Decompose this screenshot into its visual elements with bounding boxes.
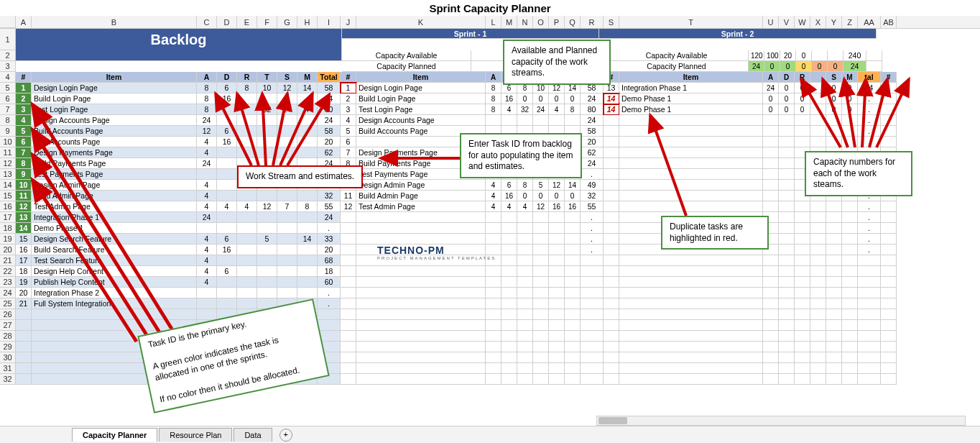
col-header-Z[interactable]: Z (842, 16, 858, 28)
task-id[interactable]: 16 (16, 245, 32, 255)
col-header-P[interactable]: P (549, 16, 565, 28)
task-id[interactable]: 15 (16, 234, 32, 245)
page-title: Sprint Capacity Planner (0, 0, 980, 17)
col-header-O[interactable]: O (533, 16, 549, 28)
cap-label[interactable]: Capacity Available (605, 50, 749, 61)
task-id[interactable]: 1 (16, 83, 32, 93)
task-id[interactable]: 4 (16, 115, 32, 126)
col-header-Y[interactable]: Y (826, 16, 842, 28)
sprint1-id[interactable]: 6 (341, 137, 356, 147)
task-id[interactable]: 13 (16, 212, 32, 223)
col-header-I[interactable]: I (318, 16, 341, 28)
sprint1-id[interactable]: 11 (341, 191, 356, 201)
col-header-G[interactable]: G (277, 16, 297, 28)
sprint1-id[interactable]: 12 (341, 201, 356, 212)
backlog-title[interactable]: Backlog (16, 29, 342, 61)
col-header-J[interactable]: J (341, 16, 356, 28)
task-item[interactable]: Design Payments Page (32, 147, 197, 158)
task-item[interactable]: Design Accounts Page (32, 115, 197, 126)
task-item[interactable]: Test Payments Page (32, 169, 197, 180)
cap-label[interactable]: Capacity Planned (605, 61, 749, 72)
sprint1-title[interactable]: Sprint - 1 (342, 29, 599, 39)
sprint1-id[interactable]: 5 (341, 126, 356, 137)
sprint1-id[interactable]: 4 (341, 115, 356, 126)
task-id[interactable]: 12 (16, 201, 32, 212)
task-id[interactable]: 9 (16, 169, 32, 180)
col-header-F[interactable]: F (257, 16, 277, 28)
task-item[interactable]: Demo Phase 1 (32, 223, 197, 234)
task-id[interactable]: 11 (16, 191, 32, 201)
task-item[interactable]: Integration Phase 2 (32, 288, 197, 298)
col-header-N[interactable]: N (517, 16, 533, 28)
task-id[interactable]: 6 (16, 137, 32, 147)
col-header-U[interactable]: U (763, 16, 779, 28)
task-id[interactable]: 18 (16, 266, 32, 277)
task-id[interactable]: 3 (16, 104, 32, 115)
select-all-corner[interactable] (0, 16, 16, 28)
task-id[interactable]: 21 (16, 298, 32, 309)
column-headers: A B C D E F G H I J K L M N O P Q R S T … (0, 16, 980, 29)
task-item[interactable]: Test Accounts Page (32, 137, 197, 147)
task-item[interactable]: Build Admin Page (32, 191, 197, 201)
logo: TECHNO-PM PROJECT MANAGEMENT TEMPLATES (377, 245, 496, 260)
tab-capacity-planner[interactable]: Capacity Planner (72, 428, 157, 442)
task-id[interactable]: 5 (16, 126, 32, 137)
task-item[interactable]: Design Search Feature (32, 234, 197, 245)
task-item[interactable]: Build Login Page (32, 93, 197, 104)
cap-label[interactable]: Capacity Planned (342, 61, 471, 72)
sprint1-id[interactable]: 2 (341, 93, 356, 104)
task-id[interactable]: 8 (16, 158, 32, 169)
col-header-AA[interactable]: AA (858, 16, 881, 28)
add-sheet-button[interactable]: + (279, 429, 292, 442)
col-header-K[interactable]: K (356, 16, 486, 28)
col-header-E[interactable]: E (237, 16, 257, 28)
col-header-M[interactable]: M (501, 16, 517, 28)
col-header-T[interactable]: T (619, 16, 763, 28)
task-id[interactable]: 14 (16, 223, 32, 234)
col-header-V[interactable]: V (779, 16, 795, 28)
sprint2-id[interactable]: 14 (604, 104, 619, 115)
col-header-Q[interactable]: Q (565, 16, 581, 28)
col-header-C[interactable]: C (197, 16, 217, 28)
col-header-AB[interactable]: AB (881, 16, 897, 28)
task-item[interactable]: Integration Phase 1 (32, 212, 197, 223)
task-item[interactable]: Build Accounts Page (32, 126, 197, 137)
col-header-A[interactable]: A (16, 16, 32, 28)
task-item[interactable]: Design Help Content (32, 266, 197, 277)
task-item[interactable]: Test Admin Page (32, 201, 197, 212)
task-item[interactable]: Build Payments Page (32, 158, 197, 169)
task-item[interactable]: Full System Integration (32, 298, 197, 309)
col-header-L[interactable]: L (486, 16, 501, 28)
col-header-R[interactable]: R (581, 16, 604, 28)
tab-data[interactable]: Data (234, 428, 272, 442)
sheet-tabs: Capacity Planner Resource Plan Data + (0, 426, 980, 443)
col-header-B[interactable]: B (32, 16, 197, 28)
tab-resource-plan[interactable]: Resource Plan (159, 428, 232, 442)
col-header-D[interactable]: D (217, 16, 237, 28)
callout-capacity: Available and Planned capacity of the wo… (503, 40, 611, 85)
col-header-W[interactable]: W (795, 16, 810, 28)
task-id[interactable]: 19 (16, 277, 32, 288)
task-id[interactable]: 20 (16, 288, 32, 298)
sprint1-id[interactable]: 3 (341, 104, 356, 115)
col-header-H[interactable]: H (297, 16, 318, 28)
sprint2-title[interactable]: Sprint - 2 (599, 29, 877, 39)
task-id[interactable]: 2 (16, 93, 32, 104)
sprint1-id[interactable]: 1 (341, 83, 356, 93)
callout-workstream: Work Stream and estimates. (237, 165, 363, 188)
col-header-S[interactable]: S (604, 16, 619, 28)
task-id[interactable]: 10 (16, 180, 32, 191)
col-header-X[interactable]: X (810, 16, 826, 28)
sprint2-id[interactable]: 14 (604, 93, 619, 104)
task-item[interactable]: Design Login Page (32, 83, 197, 93)
task-item[interactable]: Design Admin Page (32, 180, 197, 191)
task-id[interactable]: 7 (16, 147, 32, 158)
horizontal-scrollbar[interactable] (596, 416, 966, 426)
task-item[interactable]: Test Login Page (32, 104, 197, 115)
sprint1-id[interactable]: 7 (341, 147, 356, 158)
task-item[interactable]: Build Search Feature (32, 245, 197, 255)
cap-label[interactable]: Capacity Available (342, 50, 471, 61)
task-id[interactable]: 17 (16, 255, 32, 266)
task-item[interactable]: Test Search Feature (32, 255, 197, 266)
task-item[interactable]: Publish Help Content (32, 277, 197, 288)
